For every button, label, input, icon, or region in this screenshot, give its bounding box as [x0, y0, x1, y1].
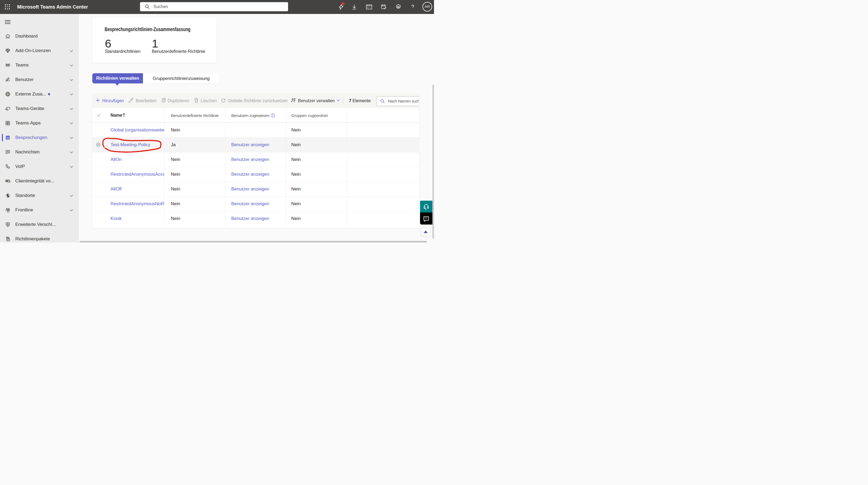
svg-text:C:\: C:\: [367, 6, 371, 9]
